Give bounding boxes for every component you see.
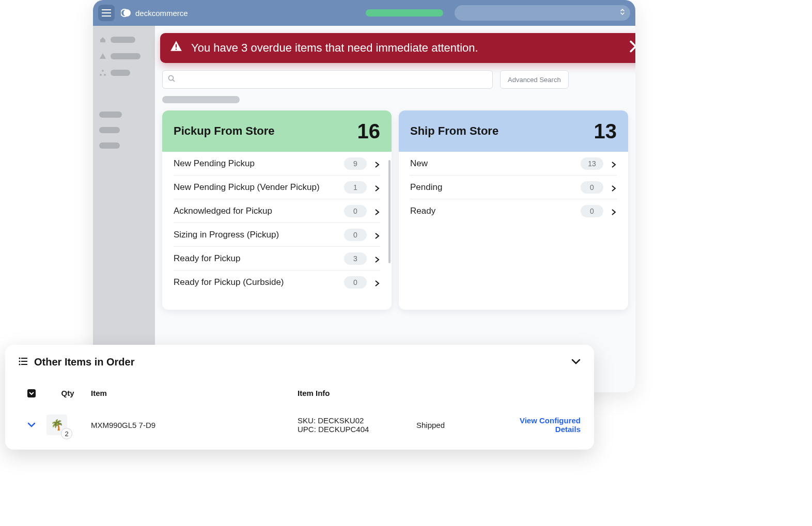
col-info: Item Info (298, 389, 416, 398)
status-label: Pending (410, 182, 442, 193)
svg-rect-14 (21, 364, 27, 365)
list-icon (19, 357, 28, 368)
status-row[interactable]: Acknowledged for Pickup 0 (174, 199, 380, 223)
status-row[interactable]: Pending 0 (410, 176, 617, 199)
main-area: You have 3 overdue items that need immed… (155, 26, 635, 392)
sidebar-label-placeholder (99, 142, 120, 149)
header-dropdown[interactable] (455, 5, 630, 21)
svg-rect-6 (176, 49, 177, 50)
panel-header[interactable]: Other Items in Order (19, 356, 581, 368)
chevron-right-icon (374, 279, 380, 285)
status-count: 0 (344, 276, 367, 289)
status-label: Ready for Pickup (174, 253, 240, 264)
svg-line-8 (173, 80, 175, 82)
sort-icon (620, 8, 625, 18)
chevron-right-icon (629, 40, 635, 56)
svg-point-4 (104, 74, 106, 76)
advanced-search-label: Advanced Search (508, 76, 561, 84)
sidebar-item-network[interactable] (99, 69, 149, 76)
warning-icon (169, 40, 183, 56)
col-item: Item (91, 389, 298, 398)
status-count: 0 (581, 181, 603, 194)
sidebar-item-generic-1[interactable] (99, 111, 149, 118)
qty-badge: 2 (61, 428, 72, 439)
status-label: Ready (410, 206, 435, 216)
status-row[interactable]: New Pending Pickup (Vender Pickup) 1 (174, 176, 380, 199)
pickup-card: Pickup From Store 16 New Pending Pickup … (162, 110, 392, 310)
pickup-card-header: Pickup From Store 16 (162, 110, 392, 152)
item-status: Shipped (416, 421, 504, 429)
svg-point-2 (102, 70, 104, 72)
chevron-down-icon (571, 358, 581, 367)
status-row[interactable]: Ready for Pickup 3 (174, 247, 380, 270)
nodes-icon (99, 69, 106, 76)
svg-rect-5 (176, 44, 177, 48)
section-title-placeholder (162, 96, 240, 103)
topbar: deckcommerce (93, 0, 635, 26)
status-row[interactable]: Ready for Pickup (Curbside) 0 (174, 270, 380, 294)
status-label: Acknowledged for Pickup (174, 206, 272, 216)
status-label: Sizing in Progress (Pickup) (174, 230, 279, 240)
sidebar-item-generic-3[interactable] (99, 142, 149, 149)
sidebar-label-placeholder (111, 70, 130, 76)
sidebar-item-generic-2[interactable] (99, 127, 149, 133)
select-all-toggle[interactable] (19, 389, 44, 398)
search-icon (168, 75, 175, 84)
search-input[interactable] (162, 70, 493, 89)
sidebar-label-placeholder (99, 111, 122, 118)
svg-point-13 (19, 363, 20, 365)
brand: deckcommerce (121, 8, 188, 18)
ship-card-title: Ship From Store (410, 124, 498, 138)
sidebar-label-placeholder (99, 127, 120, 133)
item-sku: SKU: DECKSKU02 (298, 416, 416, 425)
ship-card: Ship From Store 13 New 13 Pending (399, 110, 628, 310)
cards-row: Pickup From Store 16 New Pending Pickup … (162, 110, 628, 310)
palm-icon: 🌴 (51, 419, 64, 431)
svg-point-3 (100, 74, 102, 76)
view-configured-details-link[interactable]: View Configured Details (520, 416, 581, 434)
header-status-pill (366, 9, 443, 17)
status-label: Ready for Pickup (Curbside) (174, 277, 284, 288)
col-action (504, 389, 581, 398)
chevron-right-icon (611, 208, 617, 214)
status-row[interactable]: Sizing in Progress (Pickup) 0 (174, 223, 380, 247)
status-count: 0 (344, 205, 367, 217)
col-qty: Qty (44, 389, 91, 398)
search-row: Advanced Search (162, 70, 628, 89)
alert-banner[interactable]: You have 3 overdue items that need immed… (160, 33, 635, 63)
svg-rect-15 (27, 389, 36, 397)
ship-status-list: New 13 Pending 0 Ready (399, 152, 628, 223)
hamburger-icon (102, 9, 111, 17)
status-row[interactable]: Ready 0 (410, 199, 617, 223)
status-row[interactable]: New Pending Pickup 9 (174, 152, 380, 176)
svg-point-11 (19, 360, 20, 362)
status-count: 13 (581, 157, 603, 170)
expand-row-button[interactable] (19, 422, 44, 428)
other-items-panel: Other Items in Order Qty Item Item Info … (5, 345, 594, 450)
chevron-right-icon (374, 161, 380, 167)
ship-card-header: Ship From Store 13 (399, 110, 628, 152)
advanced-search-button[interactable]: Advanced Search (500, 70, 569, 89)
status-count: 0 (344, 229, 367, 241)
status-count: 0 (581, 205, 603, 217)
sidebar-label-placeholder (111, 53, 140, 59)
sidebar-item-home[interactable] (99, 36, 149, 43)
col-status (416, 389, 504, 398)
scrollbar-thumb[interactable] (388, 160, 391, 263)
chevron-right-icon (374, 232, 380, 238)
sidebar-item-alerts[interactable] (99, 53, 149, 60)
app-window: deckcommerce You (93, 0, 635, 392)
pickup-card-title: Pickup From Store (174, 124, 275, 138)
alert-text: You have 3 overdue items that need immed… (191, 41, 478, 55)
svg-point-9 (19, 357, 20, 359)
brand-name: deckcommerce (135, 9, 188, 18)
status-row[interactable]: New 13 (410, 152, 617, 176)
pickup-card-count: 16 (357, 120, 381, 143)
scrollbar[interactable] (388, 160, 391, 307)
chevron-right-icon (611, 184, 617, 190)
svg-rect-12 (21, 361, 27, 362)
svg-point-7 (169, 76, 174, 81)
status-count: 9 (344, 157, 367, 170)
menu-button[interactable] (98, 5, 115, 21)
item-name: MXM990GL5 7-D9 (91, 421, 298, 429)
